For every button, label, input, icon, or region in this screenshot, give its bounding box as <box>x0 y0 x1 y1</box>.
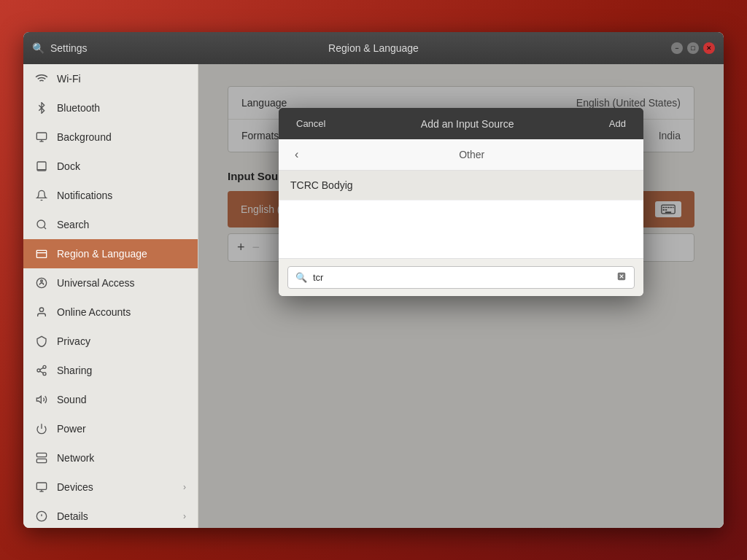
svg-rect-0 <box>36 133 46 139</box>
sharing-icon <box>35 364 48 377</box>
sidebar-item-sharing[interactable]: Sharing <box>23 356 198 385</box>
svg-line-15 <box>40 368 44 370</box>
power-icon <box>35 422 48 435</box>
sidebar-label-wifi: Wi-Fi <box>57 73 186 85</box>
svg-point-13 <box>43 373 46 376</box>
svg-point-10 <box>39 308 43 311</box>
sidebar-item-power[interactable]: Power <box>23 414 198 443</box>
titlebar-search-icon: 🔍 <box>32 42 44 54</box>
dialog-search-icon: 🔍 <box>295 272 307 283</box>
sidebar-label-universal: Universal Access <box>57 277 186 289</box>
list-item-label: TCRC Bodyig <box>290 179 353 191</box>
svg-marker-16 <box>36 396 41 402</box>
sidebar-item-privacy[interactable]: Privacy <box>23 327 198 356</box>
universal-icon <box>35 276 48 289</box>
dialog-search-area: 🔍 <box>279 258 643 296</box>
accounts-icon <box>35 306 48 319</box>
add-input-source-dialog: Cancel Add an Input Source Add ‹ Other <box>279 108 643 296</box>
sidebar-label-search: Search <box>57 219 186 230</box>
details-icon <box>35 510 48 523</box>
search-icon <box>35 218 48 231</box>
sidebar-item-network[interactable]: Network <box>23 443 198 472</box>
sidebar-label-power: Power <box>57 423 186 435</box>
dialog-search-input[interactable] <box>313 272 611 283</box>
dialog-back-button[interactable]: ‹ <box>290 147 303 163</box>
sidebar-item-wifi[interactable]: Wi-Fi <box>23 64 198 93</box>
maximize-button[interactable]: □ <box>687 42 699 54</box>
sidebar-item-bluetooth[interactable]: Bluetooth <box>23 93 198 122</box>
svg-point-12 <box>37 369 40 372</box>
devices-icon <box>35 481 48 494</box>
sidebar-label-privacy: Privacy <box>57 335 186 347</box>
privacy-icon <box>35 335 48 348</box>
dialog-cancel-button[interactable]: Cancel <box>290 115 331 132</box>
dialog-overlay: Cancel Add an Input Source Add ‹ Other <box>198 64 724 528</box>
wifi-icon <box>35 72 48 85</box>
sidebar-label-sound: Sound <box>57 394 186 405</box>
sidebar-item-details[interactable]: Details › <box>23 502 198 528</box>
sidebar-item-accounts[interactable]: Online Accounts <box>23 298 198 327</box>
titlebar-search-area: 🔍 Settings <box>32 42 88 54</box>
dialog-nav-label: Other <box>311 149 632 160</box>
minimize-button[interactable]: − <box>671 42 683 54</box>
svg-line-6 <box>44 227 46 229</box>
sidebar-item-search[interactable]: Search <box>23 210 198 239</box>
sidebar-item-notifications[interactable]: Notifications <box>23 181 198 210</box>
sound-icon <box>35 393 48 406</box>
details-arrow-icon: › <box>183 511 186 521</box>
sidebar-label-notifications: Notifications <box>57 190 186 201</box>
dialog-search-box: 🔍 <box>287 266 635 289</box>
window-controls: − □ ✕ <box>671 42 715 54</box>
dialog-search-clear-button[interactable] <box>616 271 627 284</box>
svg-rect-18 <box>36 453 46 456</box>
sidebar-label-dock: Dock <box>57 160 186 172</box>
svg-rect-7 <box>36 250 46 257</box>
dock-icon <box>35 160 48 173</box>
titlebar: 🔍 Settings Region & Language − □ ✕ <box>23 32 724 64</box>
dialog-body: ‹ Other TCRC Bodyig 🔍 <box>279 139 643 296</box>
main-content: Language English (United States) Formats… <box>198 64 724 528</box>
background-icon <box>35 131 48 144</box>
notifications-icon <box>35 189 48 202</box>
dialog-nav: ‹ Other <box>279 139 643 171</box>
svg-point-5 <box>37 220 45 228</box>
sidebar-item-sound[interactable]: Sound <box>23 385 198 414</box>
dialog-title: Add an Input Source <box>331 118 603 130</box>
sidebar-item-background[interactable]: Background <box>23 122 198 152</box>
sidebar-label-network: Network <box>57 452 186 464</box>
dialog-add-button[interactable]: Add <box>603 115 632 132</box>
svg-rect-22 <box>36 483 46 489</box>
sidebar-item-universal[interactable]: Universal Access <box>23 268 198 298</box>
dialog-list: TCRC Bodyig <box>279 171 643 258</box>
sidebar-label-sharing: Sharing <box>57 365 186 376</box>
sidebar-label-background: Background <box>57 131 186 143</box>
close-button[interactable]: ✕ <box>703 42 715 54</box>
sidebar: Wi-Fi Bluetooth Background <box>23 64 198 528</box>
sidebar-item-region[interactable]: Region & Language <box>23 239 198 268</box>
content-area: Wi-Fi Bluetooth Background <box>23 64 724 528</box>
sidebar-label-details: Details <box>57 510 174 522</box>
sidebar-label-region: Region & Language <box>57 248 186 260</box>
devices-arrow-icon: › <box>183 482 186 492</box>
svg-line-14 <box>40 371 44 373</box>
sidebar-item-dock[interactable]: Dock <box>23 152 198 181</box>
dialog-header: Cancel Add an Input Source Add <box>279 108 643 139</box>
bluetooth-icon <box>35 101 48 114</box>
sidebar-label-accounts: Online Accounts <box>57 306 186 318</box>
svg-rect-19 <box>36 459 46 462</box>
sidebar-item-devices[interactable]: Devices › <box>23 472 198 502</box>
svg-point-9 <box>41 280 43 282</box>
region-icon <box>35 247 48 260</box>
network-icon <box>35 451 48 464</box>
settings-window: 🔍 Settings Region & Language − □ ✕ Wi-Fi <box>23 32 724 528</box>
window-title: Region & Language <box>328 42 419 54</box>
sidebar-label-bluetooth: Bluetooth <box>57 102 186 114</box>
titlebar-app-name: Settings <box>50 42 88 54</box>
list-item[interactable]: TCRC Bodyig <box>279 171 643 201</box>
svg-point-11 <box>43 365 46 368</box>
sidebar-label-devices: Devices <box>57 481 174 493</box>
